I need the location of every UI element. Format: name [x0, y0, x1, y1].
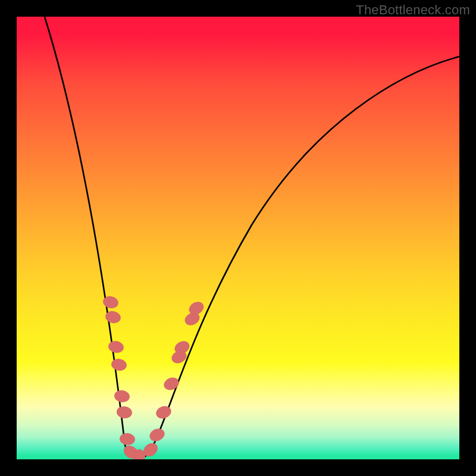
bead-group: [102, 295, 206, 459]
curve-right: [145, 57, 459, 457]
bead-marker: [116, 405, 133, 419]
chart-svg: [17, 17, 459, 459]
bead-marker: [110, 358, 127, 372]
bead-marker: [154, 404, 173, 421]
bead-marker: [119, 433, 136, 446]
plot-area: [17, 17, 459, 459]
bead-marker: [114, 389, 131, 403]
bead-marker: [107, 340, 124, 354]
bead-marker: [148, 427, 167, 444]
bead-marker: [162, 375, 181, 392]
watermark-text: TheBottleneck.com: [356, 2, 470, 18]
